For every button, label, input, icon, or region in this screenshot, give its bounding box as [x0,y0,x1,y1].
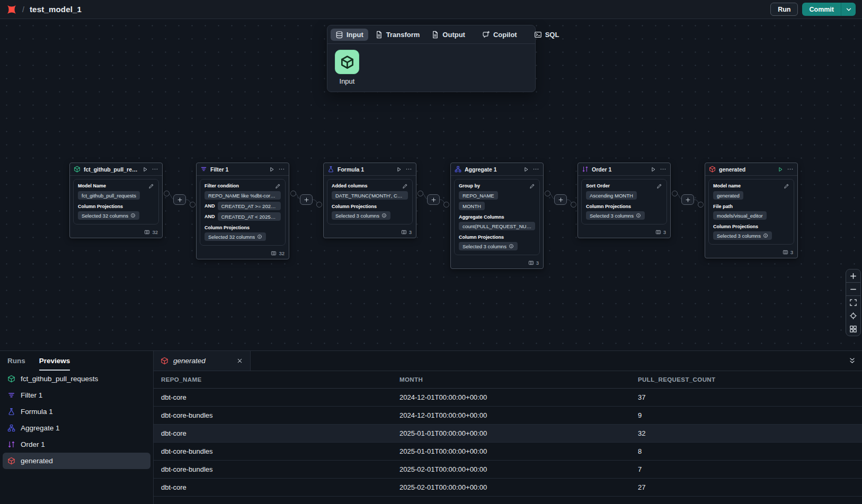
edit-button[interactable] [402,183,408,189]
value-chip[interactable]: fct_github_pull_requests [78,191,140,200]
run-node-button[interactable] [523,166,529,173]
add-node-button[interactable] [554,194,567,205]
value-chip[interactable]: Ascending MONTH [586,191,637,200]
sidebar-item-formula-1[interactable]: Formula 1 [3,403,150,420]
node-aggregate-1[interactable]: Aggregate 1 Group byREPO_NAMEMONTHAggreg… [450,163,544,269]
value-chip[interactable]: MONTH [459,202,485,210]
table-row[interactable]: dbt-core-bundles2025-02-01T00:00:00+00:0… [154,461,862,479]
node-filter-1[interactable]: Filter 1 Filter conditionREPO_NAME like … [196,163,289,259]
zoom-out-button[interactable] [846,283,860,296]
edit-button[interactable] [148,183,154,189]
table-row[interactable]: dbt-core2025-02-01T00:00:00+00:0027 [154,479,862,497]
commit-button[interactable]: Commit [802,3,841,16]
node-menu-button[interactable] [152,166,158,173]
table-row[interactable]: dbt-core-bundles2025-01-01T00:00:00+00:0… [154,443,862,461]
zoom-in-button[interactable] [846,269,860,283]
canvas[interactable]: InputTransformOutputCopilotSQL Input [0,19,862,350]
value-chip[interactable]: CREATED_AT < 2025-03-01 [218,212,281,221]
edit-button[interactable] [784,183,789,189]
value-chip[interactable]: REPO_NAME like %dbt-core% [205,191,281,200]
dbt-logo-icon [6,4,17,15]
run-node-button[interactable] [396,166,402,173]
value-chip[interactable]: REPO_NAME [459,191,498,200]
value-chip[interactable]: count(PULL_REQUEST_NUMBER) as … [459,222,535,230]
run-node-button[interactable] [650,166,656,173]
run-node-button[interactable] [777,166,784,173]
value-chip[interactable]: models/visual_editor [713,211,767,220]
table-row[interactable]: dbt-core2024-12-01T00:00:00+00:0037 [154,389,862,407]
output-port[interactable] [545,191,550,196]
sidebar-item-aggregate-1[interactable]: Aggregate 1 [3,420,150,436]
output-port[interactable] [290,191,296,196]
column-header-pull-request-count[interactable]: PULL_REQUEST_COUNT [630,376,862,383]
node-menu-button[interactable] [787,166,794,173]
sidebar-item-fct-github-pull-requests[interactable]: fct_github_pull_requests [3,371,150,387]
column-header-repo-name[interactable]: REPO_NAME [154,376,392,383]
collapse-panel-button[interactable] [848,351,856,371]
fit-view-button[interactable] [846,296,860,309]
value-chip[interactable]: generated [713,191,743,200]
edit-button[interactable] [656,183,662,189]
add-node-button[interactable] [300,194,313,205]
value-chip[interactable]: Selected 3 columns [713,231,772,240]
add-node-button[interactable] [427,194,440,205]
palette-tab-input[interactable]: Input [331,29,368,41]
output-port[interactable] [672,191,678,196]
node-menu-button[interactable] [278,166,285,173]
value-chip[interactable]: Selected 32 columns [78,211,139,220]
chip-row: Selected 3 columns [332,211,408,220]
section-label: Column Projections [332,204,377,209]
node-menu-button[interactable] [532,166,539,173]
preview-tab-generated[interactable]: generated [154,351,251,371]
input-node-tile[interactable] [335,50,359,74]
run-node-button[interactable] [142,166,148,173]
commit-dropdown-button[interactable] [841,3,856,16]
table-row[interactable]: dbt-core2025-01-01T00:00:00+00:0032 [154,425,862,443]
node-generated[interactable]: generated Model namegeneratedFile pathmo… [705,163,798,258]
node-formula-1[interactable]: Formula 1 Added columnsDATE_TRUNC('MONTH… [323,163,416,238]
tab-runs[interactable]: Runs [7,351,25,371]
palette-tab-transform[interactable]: Transform [370,29,425,41]
node-menu-button[interactable] [660,166,667,173]
sidebar-item-generated[interactable]: generated [3,453,150,469]
close-tab-button[interactable] [236,357,243,364]
edit-button[interactable] [529,183,535,189]
input-port[interactable] [443,202,449,208]
value-chip[interactable]: DATE_TRUNC('MONTH', CREATED_AT… [332,191,408,200]
output-port[interactable] [417,191,423,196]
minimap-button[interactable] [846,322,860,336]
add-node-button[interactable] [173,194,186,205]
fit-icon [849,299,857,307]
node-menu-button[interactable] [405,166,412,173]
palette-tab-copilot[interactable]: Copilot [477,29,522,41]
run-button[interactable]: Run [770,3,798,16]
value-chip[interactable]: Selected 3 columns [332,211,390,220]
output-port[interactable] [164,191,170,196]
run-node-button[interactable] [269,166,275,173]
palette-tab-output[interactable]: Output [426,29,470,41]
sidebar-item-order-1[interactable]: Order 1 [3,436,150,453]
palette-tab-label: Transform [386,31,420,39]
input-port[interactable] [571,202,576,208]
value-chip[interactable]: Selected 3 columns [459,242,518,250]
input-port[interactable] [698,202,704,208]
column-header-month[interactable]: MONTH [392,376,630,383]
locate-button[interactable] [846,309,860,322]
sql-icon [534,31,542,39]
table-row[interactable]: dbt-core-bundles2024-12-01T00:00:00+00:0… [154,407,862,425]
node-fct-github-pull-requests[interactable]: fct_github_pull_requests Model Namefct_g… [69,163,163,238]
chip-row: DATE_TRUNC('MONTH', CREATED_AT… [332,191,408,200]
value-chip[interactable]: Selected 32 columns [205,232,266,241]
input-port[interactable] [190,202,195,208]
palette-item-input[interactable]: Input [335,50,359,85]
edit-button[interactable] [275,183,281,189]
value-chip[interactable]: Selected 3 columns [586,211,645,220]
palette-tab-sql[interactable]: SQL [529,29,564,41]
column-count-badge: 3 [324,228,416,238]
sidebar-item-filter-1[interactable]: Filter 1 [3,387,150,403]
node-order-1[interactable]: Order 1 Sort OrderAscending MONTHColumn … [577,163,671,238]
tab-previews[interactable]: Previews [39,351,70,371]
add-node-button[interactable] [681,194,694,205]
value-chip[interactable]: CREATED_AT >= 2024-12-01 [218,202,281,210]
input-port[interactable] [316,202,322,208]
